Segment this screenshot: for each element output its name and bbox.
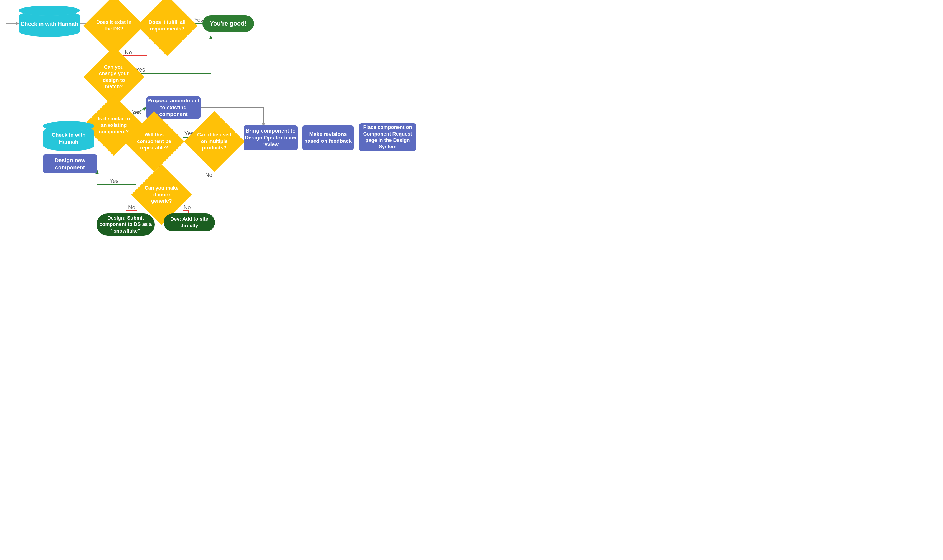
will-repeatable-node: Will this component be repeatable? xyxy=(128,116,180,167)
bring-design-ops-label: Bring component to Design Ops for team r… xyxy=(243,128,297,148)
fulfills-req-node: Does it fulfill all requirements? xyxy=(142,0,193,51)
dev-add-directly-label: Dev: Add to site directly xyxy=(163,216,215,229)
design-new-label: Design new component xyxy=(43,157,97,171)
svg-text:Yes: Yes xyxy=(194,17,203,23)
fulfills-req-label: Does it fulfill all requirements? xyxy=(146,16,189,35)
does-exist-label: Does it exist in the DS? xyxy=(92,16,136,35)
flowchart: Yes Yes No No Yes No Yes No Yes xyxy=(0,0,943,560)
does-exist-node: Does it exist in the DS? xyxy=(88,0,140,51)
check-hannah-2-node: Check in with Hannah xyxy=(43,126,94,151)
youre-good-node: You're good! xyxy=(202,15,254,32)
connectors: Yes Yes No No Yes No Yes No Yes xyxy=(0,0,943,560)
make-revisions-label: Make revisions based on feedback xyxy=(302,131,354,145)
can-more-generic-label: Can you make it more generic? xyxy=(140,182,183,207)
design-new-node: Design new component xyxy=(43,154,97,173)
check-hannah-2-label: Check in with Hannah xyxy=(43,132,94,145)
check-hannah-1-label: Check in with Hannah xyxy=(20,20,78,28)
svg-text:No: No xyxy=(128,204,136,211)
bring-design-ops-node: Bring component to Design Ops for team r… xyxy=(243,125,297,150)
make-revisions-node: Make revisions based on feedback xyxy=(302,125,354,150)
can-used-multiple-node: Can it be used on multiple products? xyxy=(189,116,240,167)
can-more-generic-node: Can you make it more generic? xyxy=(136,169,187,220)
svg-text:Yes: Yes xyxy=(109,178,119,184)
dev-add-directly-node: Dev: Add to site directly xyxy=(163,214,215,231)
can-used-multiple-label: Can it be used on multiple products? xyxy=(193,129,236,154)
youre-good-label: You're good! xyxy=(210,20,247,28)
will-repeatable-label: Will this component be repeatable? xyxy=(133,129,176,154)
place-component-node: Place component on Component Request pag… xyxy=(359,123,416,151)
can-change-label: Can you change your design to match? xyxy=(92,61,136,93)
design-submit-snowflake-label: Design: Submit component to DS as a "sno… xyxy=(97,215,155,234)
svg-text:No: No xyxy=(205,172,213,178)
design-submit-snowflake-node: Design: Submit component to DS as a "sno… xyxy=(97,214,155,235)
is-similar-label: Is it similar to an existing component? xyxy=(92,113,136,138)
place-component-label: Place component on Component Request pag… xyxy=(359,124,416,150)
check-hannah-1-node: Check in with Hannah xyxy=(19,11,80,37)
